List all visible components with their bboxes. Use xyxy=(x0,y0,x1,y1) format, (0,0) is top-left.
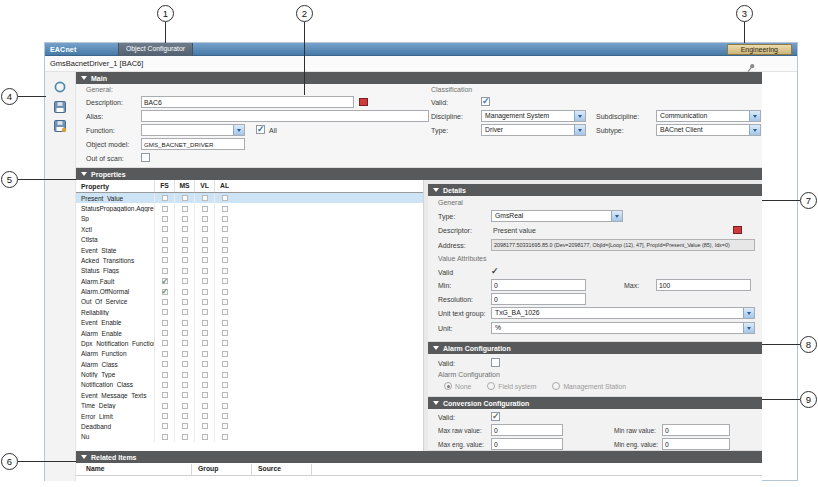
fs-checkbox[interactable] xyxy=(162,392,168,398)
al-checkbox[interactable] xyxy=(222,206,228,212)
al-checkbox[interactable] xyxy=(222,434,228,440)
fs-checkbox[interactable] xyxy=(162,309,168,315)
property-row[interactable]: Status_Flags xyxy=(76,266,423,276)
fs-checkbox[interactable] xyxy=(162,247,168,253)
radio-field-system[interactable]: Field system xyxy=(487,382,536,390)
max-input[interactable] xyxy=(656,279,751,291)
max-eng-value-input[interactable] xyxy=(491,438,563,450)
property-row[interactable]: Acked_Transitions xyxy=(76,255,423,265)
radio-none[interactable]: None xyxy=(444,382,471,390)
property-row[interactable]: Alarm.OffNormal xyxy=(76,286,423,296)
property-row[interactable]: Alarm_Enable xyxy=(76,328,423,338)
vl-checkbox[interactable] xyxy=(202,351,208,357)
ms-checkbox[interactable] xyxy=(182,247,188,253)
language-flag-icon[interactable] xyxy=(359,98,368,106)
out-of-scan-checkbox[interactable] xyxy=(141,153,150,162)
vl-checkbox[interactable] xyxy=(202,413,208,419)
property-row[interactable]: Alarm_Function xyxy=(76,349,423,359)
properties-section-header[interactable]: Properties xyxy=(76,168,762,180)
vl-checkbox[interactable] xyxy=(202,392,208,398)
engineering-mode-button[interactable]: Engineering xyxy=(727,44,792,55)
al-checkbox[interactable] xyxy=(222,320,228,326)
fs-checkbox[interactable] xyxy=(162,351,168,357)
column-fs[interactable]: FS xyxy=(154,180,174,192)
fs-checkbox[interactable] xyxy=(162,330,168,336)
vl-checkbox[interactable] xyxy=(202,289,208,295)
fs-checkbox[interactable] xyxy=(162,320,168,326)
main-section-header[interactable]: Main xyxy=(76,72,762,84)
classification-valid-checkbox[interactable] xyxy=(481,97,490,106)
unit-text-group-dropdown[interactable]: TxG_BA_1026 xyxy=(491,307,755,319)
ms-checkbox[interactable] xyxy=(182,372,188,378)
fs-checkbox[interactable] xyxy=(162,382,168,388)
al-checkbox[interactable] xyxy=(222,247,228,253)
column-al[interactable]: AL xyxy=(214,180,234,192)
column-vl[interactable]: VL xyxy=(194,180,214,192)
al-checkbox[interactable] xyxy=(222,195,228,201)
fs-checkbox[interactable] xyxy=(162,237,168,243)
ms-checkbox[interactable] xyxy=(182,226,188,232)
vl-checkbox[interactable] xyxy=(202,299,208,305)
discipline-dropdown[interactable]: Management System xyxy=(481,110,586,122)
al-checkbox[interactable] xyxy=(222,361,228,367)
ms-checkbox[interactable] xyxy=(182,216,188,222)
column-group[interactable]: Group xyxy=(198,465,218,472)
ms-checkbox[interactable] xyxy=(182,289,188,295)
property-row[interactable]: Reliability xyxy=(76,307,423,317)
details-section-header[interactable]: Details xyxy=(428,184,762,196)
min-input[interactable] xyxy=(491,279,586,291)
conversion-valid-checkbox[interactable] xyxy=(491,412,500,421)
ms-checkbox[interactable] xyxy=(182,278,188,284)
al-checkbox[interactable] xyxy=(222,226,228,232)
al-checkbox[interactable] xyxy=(222,392,228,398)
property-row[interactable]: Notification_Class xyxy=(76,380,423,390)
al-checkbox[interactable] xyxy=(222,372,228,378)
vl-checkbox[interactable] xyxy=(202,195,208,201)
column-name[interactable]: Name xyxy=(86,465,105,472)
vl-checkbox[interactable] xyxy=(202,340,208,346)
fs-checkbox[interactable] xyxy=(162,289,168,295)
property-row[interactable]: Xctl xyxy=(76,224,423,234)
property-row[interactable]: Event_Enable xyxy=(76,318,423,328)
al-checkbox[interactable] xyxy=(222,237,228,243)
al-checkbox[interactable] xyxy=(222,299,228,305)
type-dropdown[interactable]: Driver xyxy=(481,124,586,136)
al-checkbox[interactable] xyxy=(222,351,228,357)
object-model-input[interactable] xyxy=(141,138,245,150)
min-raw-value-input[interactable] xyxy=(662,424,730,436)
vl-checkbox[interactable] xyxy=(202,403,208,409)
property-row[interactable]: Alarm_Class xyxy=(76,359,423,369)
subtype-dropdown[interactable]: BACnet Client xyxy=(656,124,761,136)
al-checkbox[interactable] xyxy=(222,413,228,419)
ms-checkbox[interactable] xyxy=(182,423,188,429)
vl-checkbox[interactable] xyxy=(202,330,208,336)
column-source[interactable]: Source xyxy=(258,465,281,472)
property-row[interactable]: Notify_Type xyxy=(76,369,423,379)
vl-checkbox[interactable] xyxy=(202,206,208,212)
vl-checkbox[interactable] xyxy=(202,226,208,232)
column-ms[interactable]: MS xyxy=(174,180,194,192)
vl-checkbox[interactable] xyxy=(202,382,208,388)
column-property[interactable]: Property xyxy=(76,183,154,190)
fs-checkbox[interactable] xyxy=(162,340,168,346)
pin-icon[interactable] xyxy=(746,59,756,69)
alias-input[interactable] xyxy=(141,110,429,122)
vl-checkbox[interactable] xyxy=(202,434,208,440)
fs-checkbox[interactable] xyxy=(162,423,168,429)
ms-checkbox[interactable] xyxy=(182,340,188,346)
save-icon[interactable] xyxy=(53,100,68,115)
al-checkbox[interactable] xyxy=(222,423,228,429)
property-row[interactable]: Nu xyxy=(76,432,423,442)
property-row[interactable]: Ctlsta xyxy=(76,235,423,245)
al-checkbox[interactable] xyxy=(222,340,228,346)
resolution-input[interactable] xyxy=(491,293,586,305)
al-checkbox[interactable] xyxy=(222,268,228,274)
ms-checkbox[interactable] xyxy=(182,434,188,440)
details-type-dropdown[interactable]: GmsReal xyxy=(491,210,623,222)
ms-checkbox[interactable] xyxy=(182,361,188,367)
fs-checkbox[interactable] xyxy=(162,413,168,419)
fs-checkbox[interactable] xyxy=(162,434,168,440)
ms-checkbox[interactable] xyxy=(182,268,188,274)
min-eng-value-input[interactable] xyxy=(662,438,730,450)
property-row[interactable]: StatusPropagation.Aggregat xyxy=(76,203,423,213)
